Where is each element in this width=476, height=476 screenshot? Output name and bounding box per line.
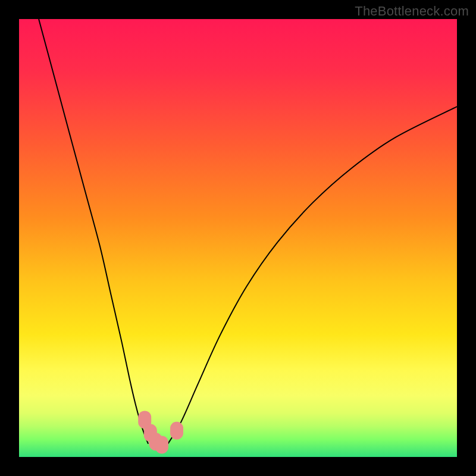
gradient-background — [19, 19, 457, 457]
valley-marker — [170, 422, 183, 440]
watermark-text: TheBottleneck.com — [355, 4, 469, 19]
plot-area — [19, 19, 457, 457]
chart-svg — [19, 19, 457, 457]
chart-frame: TheBottleneck.com — [0, 0, 476, 476]
valley-marker — [155, 436, 168, 453]
